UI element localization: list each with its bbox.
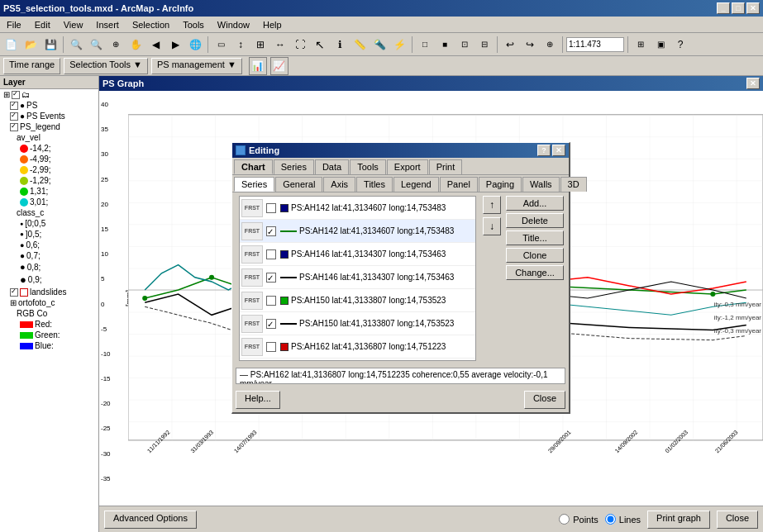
- tb-tool4[interactable]: ↔: [271, 36, 289, 54]
- editing-help-btn[interactable]: ?: [537, 145, 551, 156]
- series-cb-5[interactable]: [266, 296, 276, 306]
- tb-layer3[interactable]: ⊡: [455, 36, 474, 54]
- series-row-4[interactable]: FRST ✓ PS:AH146 lat:41,3134307 long:14,7…: [240, 266, 475, 289]
- close-btn-app[interactable]: ✕: [746, 2, 760, 14]
- tb-cursor[interactable]: ↖: [311, 36, 329, 54]
- time-range-btn[interactable]: Time range: [3, 58, 60, 74]
- tb-save[interactable]: 💾: [41, 36, 60, 54]
- tb-tool5[interactable]: ⛶: [291, 36, 309, 54]
- series-cb-2[interactable]: ✓: [266, 226, 276, 236]
- advanced-options-btn[interactable]: Advanced Options: [104, 511, 197, 529]
- menu-help[interactable]: Help: [260, 19, 285, 31]
- series-cb-6[interactable]: ✓: [266, 319, 276, 329]
- points-radio[interactable]: [559, 514, 570, 525]
- clone-btn[interactable]: Clone: [506, 248, 564, 263]
- tb-extra2[interactable]: ▣: [651, 36, 670, 54]
- tb-zoom-in[interactable]: 🔍: [67, 36, 85, 54]
- series-row-7[interactable]: FRST PS:AH162 lat:41,3136807 long:14,751…: [240, 335, 475, 359]
- series-cb-3[interactable]: [266, 249, 276, 259]
- tab-chart[interactable]: Chart: [234, 159, 273, 174]
- tab-data[interactable]: Data: [315, 159, 349, 174]
- layer-cb-psevents[interactable]: [10, 112, 18, 121]
- series-row-2[interactable]: FRST ✓ PS:AH142 lat:41,3134607 long:14,7…: [240, 220, 475, 243]
- series-row-1[interactable]: FRST PS:AH142 lat:41,3134607 long:14,753…: [240, 197, 475, 220]
- subtab-walls[interactable]: Walls: [522, 177, 559, 192]
- modal-help-btn[interactable]: Help...: [236, 391, 280, 409]
- scale-input[interactable]: [566, 37, 624, 52]
- maximize-btn[interactable]: □: [732, 2, 745, 14]
- tb-chart-icon[interactable]: 📊: [249, 57, 267, 75]
- tb-undo[interactable]: ↩: [501, 36, 519, 54]
- y-label-40: 40: [101, 101, 111, 108]
- lines-radio[interactable]: [605, 514, 616, 525]
- tb-extra1[interactable]: ⊞: [632, 36, 650, 54]
- layer-cb-landslides[interactable]: [10, 288, 18, 297]
- tb-globe[interactable]: 🌐: [186, 36, 204, 54]
- tb-find[interactable]: 🔦: [370, 36, 389, 54]
- subtab-general[interactable]: General: [275, 177, 322, 192]
- tb-layer4[interactable]: ⊟: [475, 36, 494, 54]
- subtab-titles[interactable]: Titles: [356, 177, 393, 192]
- add-btn[interactable]: Add...: [506, 196, 564, 211]
- tb-redo[interactable]: ↪: [521, 36, 539, 54]
- menu-selection[interactable]: Selection: [129, 19, 173, 31]
- ps-management-btn[interactable]: PS management ▼: [151, 58, 242, 74]
- subtab-series[interactable]: Series: [234, 177, 274, 192]
- ps-graph-close-window-btn[interactable]: Close: [717, 511, 758, 529]
- layer-cb-pslegend[interactable]: [10, 123, 18, 131]
- selection-tools-btn[interactable]: Selection Tools ▼: [64, 58, 148, 74]
- subtab-paging[interactable]: Paging: [479, 177, 522, 192]
- menu-insert[interactable]: Insert: [93, 19, 122, 31]
- menu-file[interactable]: File: [3, 19, 25, 31]
- tb-zoom-out[interactable]: 🔍: [87, 36, 105, 54]
- menu-tools[interactable]: Tools: [179, 19, 207, 31]
- subtab-axis[interactable]: Axis: [323, 177, 355, 192]
- subtab-3d[interactable]: 3D: [560, 177, 587, 192]
- series-row-3[interactable]: FRST PS:AH146 lat:41,3134307 long:14,753…: [240, 243, 475, 266]
- minimize-btn[interactable]: _: [717, 2, 730, 14]
- menu-edit[interactable]: Edit: [31, 19, 54, 31]
- tb-back[interactable]: ◀: [146, 36, 165, 54]
- editing-close-btn[interactable]: ✕: [552, 145, 565, 156]
- tb-layer2[interactable]: ■: [436, 36, 454, 54]
- tb-tool2[interactable]: ↕: [231, 36, 250, 54]
- ps-graph-close-btn[interactable]: ✕: [746, 78, 760, 89]
- tb-new[interactable]: 📄: [2, 36, 20, 54]
- layer-cb-ps[interactable]: [10, 102, 18, 110]
- layer-cb-ps-parent[interactable]: [12, 91, 20, 99]
- modal-close-btn[interactable]: Close: [524, 391, 565, 409]
- series-row-8[interactable]: FRST ✓ PS:AH162 lat:41,3136807 long:14,7…: [240, 359, 475, 361]
- series-cb-4[interactable]: ✓: [266, 273, 276, 283]
- tab-export[interactable]: Export: [387, 159, 428, 174]
- tb-tool1[interactable]: ▭: [212, 36, 230, 54]
- subtab-panel[interactable]: Panel: [440, 177, 478, 192]
- tb-layer1[interactable]: □: [416, 36, 434, 54]
- tb-pan[interactable]: ⊕: [107, 36, 125, 54]
- tab-print[interactable]: Print: [429, 159, 463, 174]
- tb-forward[interactable]: ▶: [166, 36, 184, 54]
- tb-info[interactable]: ℹ: [331, 36, 349, 54]
- print-graph-btn[interactable]: Print graph: [647, 511, 710, 529]
- change-btn[interactable]: Change...: [506, 265, 564, 280]
- menu-view[interactable]: View: [60, 19, 87, 31]
- series-row-5[interactable]: FRST PS:AH150 lat:41,3133807 long:14,753…: [240, 289, 475, 312]
- tb-tool3[interactable]: ⊞: [251, 36, 269, 54]
- subtab-legend[interactable]: Legend: [393, 177, 439, 192]
- series-cb-1[interactable]: [266, 203, 276, 213]
- tab-series[interactable]: Series: [274, 159, 314, 174]
- tb-bar-icon[interactable]: 📈: [270, 57, 289, 75]
- tab-tools[interactable]: Tools: [350, 159, 386, 174]
- tb-open[interactable]: 📂: [21, 36, 40, 54]
- tb-flash[interactable]: ⚡: [390, 36, 408, 54]
- tb-measure[interactable]: 📏: [351, 36, 369, 54]
- title-btn[interactable]: Title...: [506, 230, 564, 245]
- arrow-down-btn[interactable]: ↓: [483, 217, 501, 235]
- menu-window[interactable]: Window: [214, 19, 253, 31]
- tb-gps[interactable]: ⊕: [541, 36, 559, 54]
- arrow-up-btn[interactable]: ↑: [483, 196, 501, 214]
- tb-extra3[interactable]: ?: [671, 36, 689, 54]
- tb-select[interactable]: ✋: [126, 36, 145, 54]
- series-cb-7[interactable]: [266, 342, 276, 352]
- delete-btn[interactable]: Delete: [506, 213, 564, 228]
- series-row-6[interactable]: FRST ✓ PS:AH150 lat:41,3133807 long:14,7…: [240, 312, 475, 335]
